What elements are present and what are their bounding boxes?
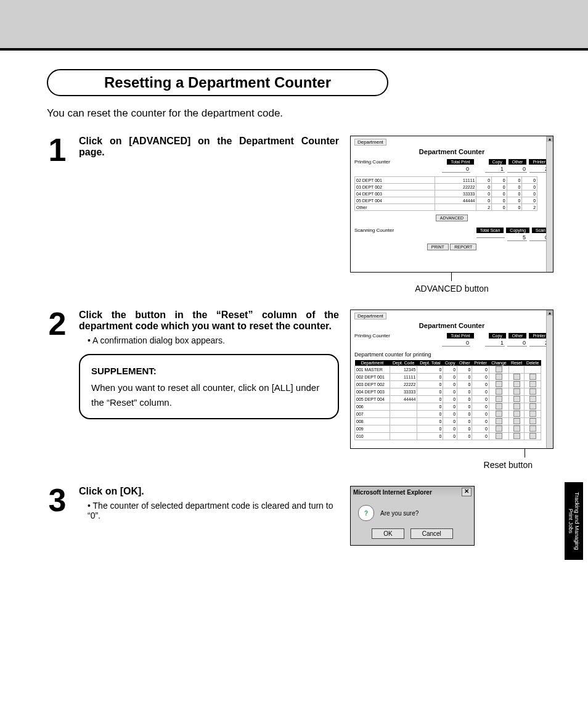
reset-button[interactable] <box>513 374 520 380</box>
delete-button[interactable] <box>529 425 536 432</box>
scrollbar[interactable] <box>546 136 553 272</box>
close-icon[interactable]: ✕ <box>462 488 472 496</box>
step-bullet: A confirmation dialog box appears. <box>88 335 339 345</box>
table-row: 001 MASTER123450000 <box>355 366 541 374</box>
change-button[interactable] <box>496 388 502 395</box>
scrollbar[interactable] <box>546 310 553 448</box>
delete-button[interactable] <box>529 433 536 439</box>
delete-button[interactable] <box>529 403 536 409</box>
reset-button[interactable] <box>513 403 520 409</box>
step-2: 2 Click the button in the “Reset” column… <box>47 310 553 470</box>
step-number: 1 <box>47 136 68 165</box>
table-row: 04 DEPT 003333330000 <box>355 191 537 197</box>
step-instruction: Click on [ADVANCED] on the Department Co… <box>79 136 339 158</box>
section-title-capsule: Resetting a Department Counter <box>47 69 388 96</box>
print-button[interactable]: PRINT <box>427 244 449 250</box>
change-button[interactable] <box>496 366 502 372</box>
panel-title: Department Counter <box>354 148 549 155</box>
step-1: 1 Click on [ADVANCED] on the Department … <box>47 136 553 293</box>
delete-button[interactable] <box>529 396 536 402</box>
step-instruction: Click on [OK]. <box>79 486 339 497</box>
table-row: 0090000 <box>355 425 541 433</box>
reset-button[interactable] <box>513 381 520 387</box>
table-row: 002 DEPT 001111110000 <box>355 374 541 381</box>
col-header: Other <box>457 360 472 366</box>
scanning-counter-label: Scanning Counter <box>354 228 394 233</box>
step-number: 2 <box>47 310 68 339</box>
change-button[interactable] <box>496 396 502 402</box>
supplement-heading: SUPPLEMENT: <box>91 364 327 378</box>
tab-department[interactable]: Department <box>354 139 386 146</box>
confirm-dialog: Microsoft Internet Explorer ✕ ? Are you … <box>350 486 475 546</box>
dialog-title: Microsoft Internet Explorer <box>353 489 432 496</box>
table-row: Other2002 <box>355 204 537 211</box>
table-row: 0100000 <box>355 433 541 440</box>
delete-button[interactable] <box>529 374 536 380</box>
change-button[interactable] <box>496 381 502 387</box>
screenshot-dept-counter: Department Department Counter Printing C… <box>350 136 553 273</box>
table-row: 02 DEPT 001111110000 <box>355 177 537 184</box>
table-row: 0070000 <box>355 411 541 418</box>
advanced-button[interactable]: ADVANCED <box>436 215 468 221</box>
dialog-message: Are you sure? <box>380 510 419 517</box>
callout-line <box>350 273 553 281</box>
caption-advanced: ADVANCED button <box>350 284 553 293</box>
change-button[interactable] <box>496 433 502 439</box>
reset-button[interactable] <box>513 396 520 402</box>
table-row: 05 DEPT 004444440000 <box>355 197 537 204</box>
col-header: Department <box>355 360 390 366</box>
val-copy: 1 <box>485 166 505 173</box>
step-number: 3 <box>47 486 68 515</box>
change-button[interactable] <box>496 411 502 417</box>
table-row: 0060000 <box>355 403 541 411</box>
col-header: Change <box>489 360 508 366</box>
col-header: Delete <box>525 360 541 366</box>
header-band <box>0 0 588 51</box>
reset-button[interactable] <box>513 425 520 432</box>
panel-title: Department Counter <box>354 322 549 329</box>
reset-button[interactable] <box>513 433 520 439</box>
delete-button[interactable] <box>529 411 536 417</box>
caption-reset: Reset button <box>350 460 553 470</box>
report-button[interactable]: REPORT <box>450 244 476 250</box>
col-header: Reset <box>509 360 525 366</box>
col-header: Dept. Code <box>390 360 417 366</box>
table-row: 004 DEPT 003333330000 <box>355 388 541 396</box>
change-button[interactable] <box>496 403 502 409</box>
val-other: 0 <box>507 166 527 173</box>
change-button[interactable] <box>496 374 502 380</box>
step-bullet: The counter of selected department code … <box>88 501 339 520</box>
delete-button[interactable] <box>529 388 536 395</box>
tab-department[interactable]: Department <box>354 313 386 319</box>
question-icon: ? <box>358 505 374 521</box>
val-total-print: 0 <box>442 166 470 173</box>
dept-detail-table: DepartmentDept. CodeDept. TotalCopyOther… <box>354 360 541 440</box>
delete-button[interactable] <box>529 418 536 424</box>
col-header: Printer <box>472 360 489 366</box>
col-header: Copy <box>443 360 457 366</box>
cancel-button[interactable]: Cancel <box>410 528 453 539</box>
subhead: Department counter for printing <box>354 351 549 358</box>
printing-counter-label: Printing Counter <box>354 333 390 339</box>
change-button[interactable] <box>496 418 502 424</box>
step-3: 3 Click on [OK]. The counter of selected… <box>47 486 553 546</box>
change-button[interactable] <box>496 425 502 432</box>
delete-button[interactable] <box>529 381 536 387</box>
step-instruction: Click the button in the “Reset” column o… <box>79 310 339 332</box>
intro-text: You can reset the counter for the depart… <box>47 107 553 120</box>
reset-button[interactable] <box>513 411 520 417</box>
col-copy: Copy <box>489 159 506 165</box>
supplement-body: When you want to reset all counter, clic… <box>91 380 327 409</box>
col-total-print: Total Print <box>447 159 473 165</box>
page-content: Resetting a Department Counter You can r… <box>0 51 588 546</box>
ok-button[interactable]: OK <box>372 528 404 539</box>
reset-button[interactable] <box>513 388 520 395</box>
table-row: 0080000 <box>355 418 541 425</box>
printing-counter-label: Printing Counter <box>354 159 390 165</box>
table-row: 03 DEPT 002222220000 <box>355 184 537 191</box>
callout-line <box>350 449 553 458</box>
reset-button[interactable] <box>513 418 520 424</box>
table-row: 005 DEPT 004444440000 <box>355 396 541 403</box>
table-row: 003 DEPT 002222220000 <box>355 381 541 388</box>
dept-rows-table: 02 DEPT 00111111000003 DEPT 002222220000… <box>354 176 537 211</box>
